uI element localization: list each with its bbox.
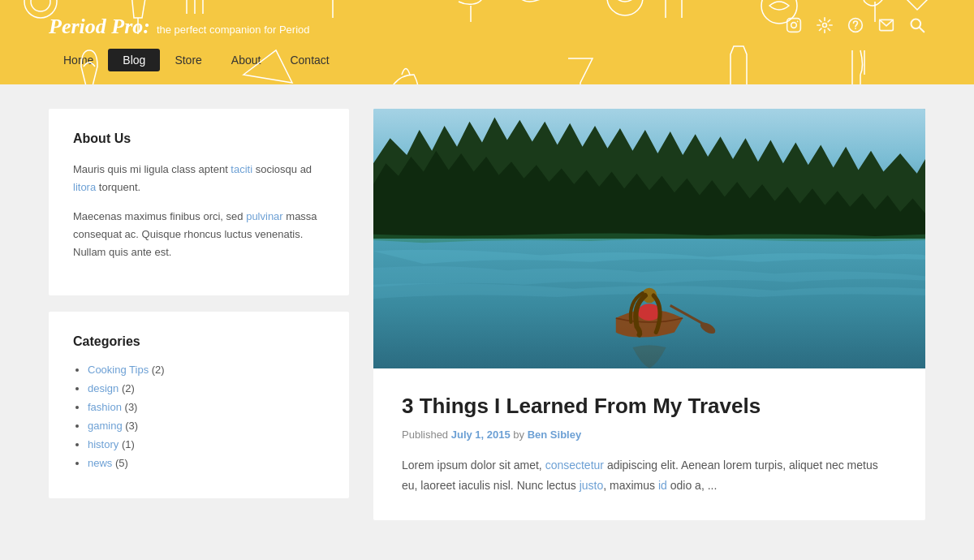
svg-line-19 — [920, 27, 924, 31]
nav-contact[interactable]: Contact — [275, 49, 343, 71]
post-excerpt: Lorem ipsum dolor sit amet, consectetur … — [402, 455, 897, 496]
cat-count: (5) — [115, 457, 128, 469]
svg-point-1 — [31, 0, 50, 11]
list-item: fashion (3) — [88, 401, 325, 413]
svg-point-13 — [791, 22, 797, 28]
skype-icon[interactable] — [847, 17, 864, 37]
category-cooking-tips[interactable]: Cooking Tips — [88, 364, 149, 376]
post-meta: Published July 1, 2015 by Ben Sibley — [402, 429, 897, 441]
excerpt-link-id[interactable]: id — [658, 479, 667, 492]
main-nav: Home Blog Store About Contact — [49, 49, 925, 84]
cat-count: (2) — [122, 382, 135, 394]
header-icons — [786, 17, 925, 37]
header-top: Period Pro: the perfect companion for Pe… — [49, 0, 925, 49]
header: Period Pro: the perfect companion for Pe… — [0, 0, 974, 84]
settings-icon[interactable] — [817, 17, 833, 37]
excerpt-link-consectetur[interactable]: consectetur — [545, 459, 604, 472]
category-news[interactable]: news — [88, 457, 112, 469]
cat-count: (2) — [152, 364, 165, 376]
nav-home[interactable]: Home — [49, 49, 108, 71]
post-card: 3 Things I Learned From My Travels Publi… — [373, 109, 925, 520]
list-item: news (5) — [88, 457, 325, 469]
about-link-litora[interactable]: litora — [73, 181, 96, 193]
main-content: 3 Things I Learned From My Travels Publi… — [373, 109, 925, 520]
about-title: About Us — [73, 131, 325, 146]
categories-list: Cooking Tips (2) design (2) fashion (3) … — [73, 364, 325, 469]
about-link-taciti[interactable]: taciti — [231, 163, 252, 175]
post-meta-prefix: Published — [402, 429, 448, 441]
logo-tagline: the perfect companion for Period — [157, 24, 310, 36]
about-para1: Mauris quis mi ligula class aptent tacit… — [73, 161, 325, 196]
list-item: history (1) — [88, 438, 325, 450]
post-title: 3 Things I Learned From My Travels — [402, 393, 897, 420]
excerpt-link-justo[interactable]: justo — [580, 479, 604, 492]
categories-title: Categories — [73, 334, 325, 349]
about-para2: Maecenas maximus finibus orci, sed pulvi… — [73, 208, 325, 261]
mail-icon[interactable] — [878, 17, 894, 37]
list-item: Cooking Tips (2) — [88, 364, 325, 376]
category-gaming[interactable]: gaming — [88, 420, 123, 432]
about-card: About Us Mauris quis mi ligula class apt… — [49, 109, 349, 295]
about-link-pulvinar[interactable]: pulvinar — [246, 210, 283, 222]
post-author-prefix: by — [513, 429, 527, 441]
main-layout: About Us Mauris quis mi ligula class apt… — [0, 84, 974, 545]
category-design[interactable]: design — [88, 382, 119, 394]
post-author[interactable]: Ben Sibley — [528, 429, 581, 441]
categories-card: Categories Cooking Tips (2) design (2) f… — [49, 312, 349, 498]
search-icon[interactable] — [909, 17, 925, 37]
category-history[interactable]: history — [88, 438, 119, 450]
svg-point-15 — [823, 23, 827, 27]
nav-blog[interactable]: Blog — [108, 49, 160, 71]
nav-about[interactable]: About — [217, 49, 276, 71]
cat-count: (1) — [122, 438, 135, 450]
logo-title: Period Pro: — [49, 15, 150, 39]
logo-area: Period Pro: the perfect companion for Pe… — [49, 15, 310, 39]
post-featured-image — [373, 109, 925, 368]
nav-store[interactable]: Store — [160, 49, 216, 71]
post-body: 3 Things I Learned From My Travels Publi… — [373, 368, 925, 520]
instagram-icon[interactable] — [786, 17, 802, 37]
post-date[interactable]: July 1, 2015 — [451, 429, 511, 441]
svg-rect-12 — [787, 18, 801, 32]
list-item: design (2) — [88, 382, 325, 394]
svg-point-14 — [797, 20, 799, 22]
cat-count: (3) — [125, 401, 138, 413]
cat-count: (3) — [125, 420, 138, 432]
list-item: gaming (3) — [88, 420, 325, 432]
sidebar: About Us Mauris quis mi ligula class apt… — [49, 109, 349, 498]
category-fashion[interactable]: fashion — [88, 401, 122, 413]
